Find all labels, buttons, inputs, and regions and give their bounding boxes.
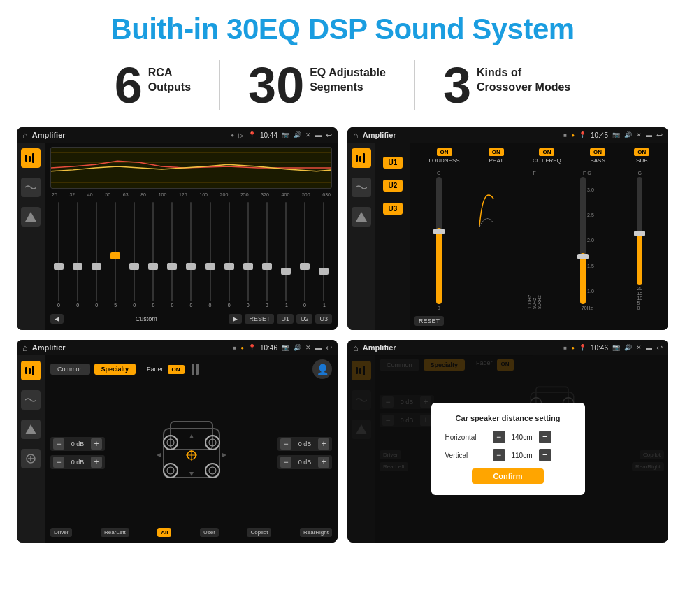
sub-on-badge[interactable]: ON [634, 148, 649, 156]
minimize-icon-3[interactable]: ▬ [315, 344, 322, 351]
minimize-icon-2[interactable]: ▬ [646, 131, 652, 138]
u1-btn[interactable]: U1 [383, 157, 403, 169]
cutfreq-group: ON CUT FREQ [533, 148, 561, 164]
bass-group: ON BASS [590, 148, 605, 164]
bass-on-badge[interactable]: ON [590, 148, 605, 156]
copilot-btn[interactable]: Copilot [247, 528, 271, 537]
db-plus-3[interactable]: + [318, 438, 329, 450]
fader-screen-title: Amplifier [32, 343, 229, 352]
volume-icon-2[interactable]: 🔊 [624, 131, 632, 138]
svg-marker-29 [189, 472, 194, 476]
eq-prev-btn[interactable]: ◀ [50, 314, 64, 324]
svg-rect-0 [25, 155, 27, 162]
eq-side-panel [17, 143, 45, 330]
eq-side-btn-3[interactable] [21, 207, 41, 227]
rearright-btn[interactable]: RearRight [300, 528, 332, 537]
eq-next-btn[interactable]: ▶ [229, 314, 242, 324]
crossover-side-btn-2[interactable] [352, 178, 371, 197]
play-icon[interactable]: ▷ [238, 131, 244, 139]
dialog-screen-card: ⌂ Amplifier ■ ● 📍 10:46 📷 🔊 ✕ ▬ ↩ Common… [347, 340, 668, 543]
fader-side-btn-3[interactable] [21, 420, 41, 439]
specialty-tab[interactable]: Specialty [94, 364, 136, 375]
db-minus-1[interactable]: − [53, 438, 64, 450]
fader-side-btn-2[interactable] [21, 390, 41, 410]
fader-on-toggle[interactable]: ON [168, 365, 185, 374]
volume-icon[interactable]: 🔊 [294, 131, 301, 138]
crossover-side-btn-3[interactable] [352, 207, 371, 227]
back-icon-3[interactable]: ↩ [326, 343, 332, 352]
volume-icon-4[interactable]: 🔊 [624, 344, 632, 351]
pin-icon-2: 📍 [579, 131, 586, 138]
db-minus-4[interactable]: − [280, 457, 291, 468]
svg-marker-11 [25, 424, 36, 434]
back-icon[interactable]: ↩ [326, 131, 332, 140]
db-plus-4[interactable]: + [318, 457, 329, 468]
minimize-icon-4[interactable]: ▬ [646, 344, 652, 351]
dot-icon: ● [231, 132, 234, 138]
horizontal-row: Horizontal − 140cm + [445, 431, 571, 443]
loudness-on-badge[interactable]: ON [437, 148, 452, 156]
rearleft-btn[interactable]: RearLeft [101, 528, 129, 537]
eq-u3-btn[interactable]: U3 [315, 314, 332, 324]
phat-label: PHAT [489, 157, 503, 164]
stat-crossover-label2: Crossover Modes [477, 80, 570, 95]
svg-rect-4 [356, 155, 358, 162]
db-plus-1[interactable]: + [91, 438, 102, 450]
fader-person-icon[interactable]: 👤 [312, 359, 332, 379]
svg-rect-10 [32, 366, 34, 375]
user-btn[interactable]: User [200, 528, 219, 537]
driver-btn[interactable]: Driver [50, 528, 72, 537]
close-icon-2[interactable]: ✕ [636, 131, 642, 138]
db-minus-3[interactable]: − [280, 438, 291, 450]
eq-u1-btn[interactable]: U1 [277, 314, 294, 324]
stat-eq-number: 30 [248, 60, 304, 110]
home-icon-4[interactable]: ⌂ [353, 343, 359, 353]
all-btn[interactable]: All [157, 528, 171, 537]
vertical-plus[interactable]: + [539, 449, 551, 461]
db-row-1: − 0 dB + [50, 437, 105, 451]
u2-btn[interactable]: U2 [383, 180, 403, 192]
eq-side-btn-1[interactable] [21, 148, 41, 168]
back-icon-4[interactable]: ↩ [656, 343, 663, 352]
dialog-box: Car speaker distance setting Horizontal … [431, 403, 585, 495]
horizontal-plus[interactable]: + [539, 431, 551, 443]
crossover-side-panel [347, 143, 375, 330]
stat-crossover-label1: Kinds of [477, 66, 570, 80]
home-icon[interactable]: ⌂ [22, 130, 28, 141]
close-icon-4[interactable]: ✕ [636, 344, 642, 351]
fader-side-btn-1[interactable] [21, 361, 41, 380]
crossover-reset-btn[interactable]: RESET [414, 316, 444, 326]
crossover-side-btn-1[interactable] [352, 148, 371, 168]
confirm-button[interactable]: Confirm [472, 468, 543, 484]
horizontal-minus[interactable]: − [493, 431, 505, 443]
eq-u2-btn[interactable]: U2 [296, 314, 313, 324]
fader-main-area: Common Specialty Fader ON 👤 − [45, 355, 338, 543]
svg-marker-31 [222, 453, 226, 457]
svg-rect-9 [29, 368, 31, 374]
eq-side-btn-2[interactable] [21, 178, 41, 197]
close-icon-3[interactable]: ✕ [305, 344, 311, 351]
volume-icon-3[interactable]: 🔊 [294, 344, 301, 351]
eq-status-time: 10:44 [260, 131, 277, 139]
eq-reset-btn[interactable]: RESET [245, 314, 274, 324]
cutfreq-label: CUT FREQ [533, 157, 561, 164]
db-plus-2[interactable]: + [91, 457, 102, 468]
svg-marker-3 [25, 212, 36, 222]
stat-rca-label2: Outputs [148, 80, 191, 95]
u3-btn[interactable]: U3 [383, 203, 403, 215]
db-minus-2[interactable]: − [53, 457, 64, 468]
minimize-icon[interactable]: ▬ [315, 131, 322, 138]
fader-status-time: 10:46 [260, 344, 277, 352]
close-icon[interactable]: ✕ [305, 131, 311, 138]
home-icon-2[interactable]: ⌂ [353, 130, 359, 141]
common-tab[interactable]: Common [50, 364, 90, 375]
svg-marker-7 [356, 212, 367, 222]
phat-group: ON PHAT [489, 148, 504, 164]
fader-side-btn-4[interactable] [21, 449, 41, 468]
vertical-minus[interactable]: − [493, 449, 505, 461]
back-icon-2[interactable]: ↩ [656, 131, 663, 140]
phat-on-badge[interactable]: ON [489, 148, 504, 156]
home-icon-3[interactable]: ⌂ [22, 343, 28, 353]
cutfreq-on-badge[interactable]: ON [539, 148, 554, 156]
svg-marker-28 [189, 434, 194, 438]
